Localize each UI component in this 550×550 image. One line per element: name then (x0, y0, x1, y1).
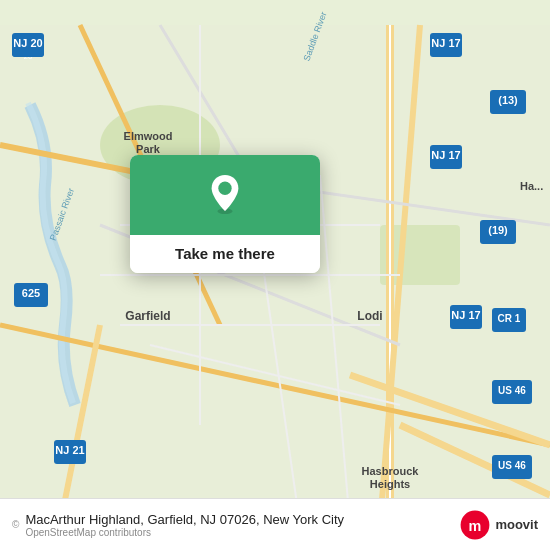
bottom-text-group: MacArthur Highland, Garfield, NJ 07026, … (25, 512, 344, 538)
svg-text:NJ 17: NJ 17 (431, 149, 460, 161)
popup-button-area: Take me there (130, 235, 320, 273)
map-container: NJ 20 NJ 20 NJ 17 NJ 17 NJ 17 (13) (19) … (0, 0, 550, 550)
location-pin-icon (207, 173, 243, 215)
copyright-icon: © (12, 519, 19, 530)
svg-text:Park: Park (136, 143, 161, 155)
svg-text:NJ 17: NJ 17 (451, 309, 480, 321)
svg-text:Garfield: Garfield (125, 309, 170, 323)
svg-text:Heights: Heights (370, 478, 410, 490)
moovit-label: moovit (495, 517, 538, 532)
svg-text:(19): (19) (488, 224, 508, 236)
city-label: New York City (263, 512, 344, 527)
openstreetmap-credit: OpenStreetMap contributors (25, 527, 344, 538)
svg-text:US 46: US 46 (498, 385, 526, 396)
svg-text:Elmwood: Elmwood (124, 130, 173, 142)
svg-text:Ha...: Ha... (520, 180, 543, 192)
svg-text:NJ 21: NJ 21 (55, 444, 84, 456)
svg-text:US 46: US 46 (498, 460, 526, 471)
bottom-bar: © MacArthur Highland, Garfield, NJ 07026… (0, 498, 550, 550)
address-label: MacArthur Highland, Garfield, NJ 07026, (25, 512, 259, 527)
bottom-bar-left: © MacArthur Highland, Garfield, NJ 07026… (12, 512, 459, 538)
moovit-logo: m moovit (459, 509, 538, 541)
svg-text:Hasbrouck: Hasbrouck (362, 465, 420, 477)
svg-text:NJ 20: NJ 20 (13, 37, 42, 49)
take-me-there-button[interactable]: Take me there (144, 245, 306, 262)
svg-text:(13): (13) (498, 94, 518, 106)
svg-text:Lodi: Lodi (357, 309, 382, 323)
location-popup: Take me there (130, 155, 320, 273)
svg-text:625: 625 (22, 287, 40, 299)
popup-header (130, 155, 320, 235)
svg-text:CR 1: CR 1 (498, 313, 521, 324)
svg-text:m: m (469, 517, 482, 533)
svg-point-57 (218, 182, 231, 195)
svg-text:NJ 17: NJ 17 (431, 37, 460, 49)
address-text: MacArthur Highland, Garfield, NJ 07026, … (25, 512, 344, 527)
moovit-icon: m (459, 509, 491, 541)
map-background: NJ 20 NJ 20 NJ 17 NJ 17 NJ 17 (13) (19) … (0, 0, 550, 550)
